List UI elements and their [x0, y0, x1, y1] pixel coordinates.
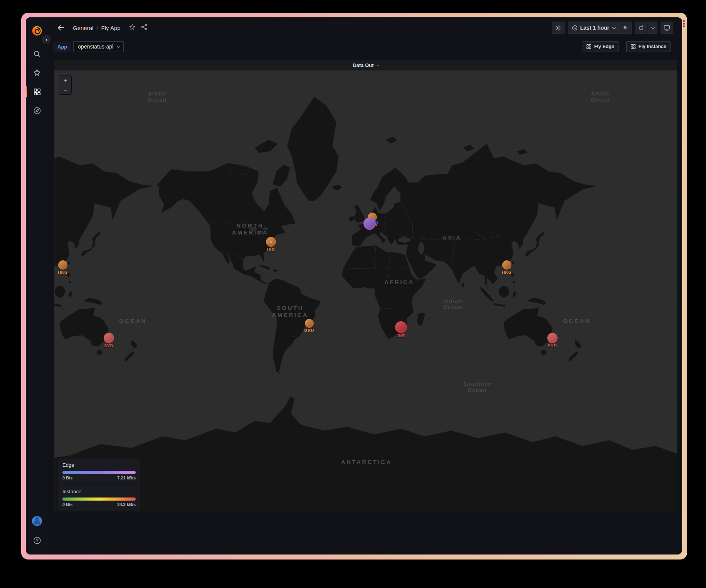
dashboards-icon[interactable]: [30, 85, 44, 98]
top-navigation: General / Fly App: [48, 17, 682, 38]
dashboard-area: Data Out: [48, 55, 682, 554]
legend-edge-min: 0 B/s: [62, 476, 72, 480]
fly-edge-link-button[interactable]: Fly Edge: [582, 41, 619, 52]
grafana-window: ? › General / Fly App: [26, 17, 682, 554]
legend-edge-max: 7.21 kB/s: [117, 476, 136, 480]
starred-icon[interactable]: [30, 66, 44, 79]
zoom-out-time-button[interactable]: [619, 22, 632, 34]
panel-title[interactable]: Data Out: [54, 60, 677, 70]
map-marker-gru[interactable]: [305, 319, 314, 328]
help-icon[interactable]: ?: [30, 534, 44, 547]
refresh-interval-chevron[interactable]: [647, 22, 657, 34]
map-legend: Edge 0 B/s 7.21 kB/s Instance: [58, 459, 140, 511]
main-content: General / Fly App: [48, 17, 682, 554]
back-arrow-icon[interactable]: [56, 23, 66, 33]
world-map[interactable]: ArcticOceanArcticOceanNORTHAMERICAASIAAF…: [54, 70, 677, 512]
map-marker-syd-west[interactable]: [104, 333, 114, 343]
map-marker-label: SYD: [104, 343, 113, 348]
map-marker-label: IAD: [267, 247, 275, 252]
user-avatar[interactable]: [30, 514, 44, 528]
map-marker-ams-edge-small[interactable]: [375, 221, 378, 224]
sidebar: ?: [26, 17, 48, 554]
toolbar-actions: Last 1 hour: [552, 22, 673, 34]
dashboard-settings-button[interactable]: [552, 22, 565, 34]
map-marker-label: GRU: [304, 328, 314, 333]
dashboard-submenu: App openstatus-api Fly Edge Fly Instance: [48, 38, 682, 55]
time-range-button[interactable]: Last 1 hour: [568, 22, 619, 34]
map-zoom-controls: + −: [59, 75, 72, 95]
variable-dropdown[interactable]: openstatus-api: [73, 41, 124, 52]
search-icon[interactable]: [30, 47, 44, 60]
map-marker-hkg-west[interactable]: [58, 260, 67, 270]
map-marker-label: HKG: [58, 270, 67, 275]
tv-mode-button[interactable]: [661, 22, 673, 34]
geomap-panel: Data Out: [54, 60, 677, 512]
legend-instance-min: 0 B/s: [62, 502, 72, 507]
legend-instance-max: 34.3 kB/s: [117, 502, 136, 507]
legend-edge-title: Edge: [62, 462, 136, 468]
map-marker-syd[interactable]: [547, 333, 558, 343]
legend-edge-gradient: [62, 471, 136, 474]
legend-edge: Edge 0 B/s 7.21 kB/s: [58, 459, 140, 484]
variable-value: openstatus-api: [78, 44, 113, 50]
chevron-down-icon: [377, 64, 379, 66]
explore-compass-icon[interactable]: [30, 104, 44, 117]
legend-instance-title: Instance: [62, 489, 136, 494]
breadcrumb: General / Fly App: [56, 23, 148, 33]
map-zoom-in-button[interactable]: +: [59, 76, 71, 85]
frame-dots-decoration: [683, 20, 685, 27]
chevron-down-icon: [117, 44, 120, 47]
sidebar-bottom: ?: [30, 514, 44, 547]
window-frame: ? › General / Fly App: [21, 13, 687, 560]
breadcrumb-section[interactable]: General: [73, 25, 93, 31]
map-marker-ams-edge[interactable]: [363, 218, 376, 230]
sidebar-expand-button[interactable]: ›: [42, 35, 52, 45]
breadcrumb-page-title: Fly App: [101, 25, 121, 31]
refresh-button-group: [635, 22, 657, 34]
legend-instance-gradient: [62, 498, 136, 501]
map-marker-layer: AMSIADHKGHKGGRUJNBSYDSYD: [54, 70, 677, 512]
variable-label[interactable]: App: [53, 42, 71, 52]
map-marker-label: SYD: [548, 343, 557, 348]
screenshot-stage: ? › General / Fly App: [0, 0, 706, 588]
chevron-down-icon: [612, 25, 616, 29]
svg-text:?: ?: [36, 538, 39, 543]
map-zoom-out-button[interactable]: −: [59, 85, 71, 94]
favorite-star-icon[interactable]: [129, 24, 136, 32]
map-marker-iad[interactable]: [266, 237, 276, 247]
legend-instance: Instance 0 B/s 34.3 kB/s: [58, 485, 140, 511]
dashboard-links: Fly Edge Fly Instance: [582, 41, 671, 52]
time-range-label: Last 1 hour: [580, 25, 609, 31]
share-icon[interactable]: [141, 24, 148, 32]
map-marker-label: JNB: [397, 333, 405, 338]
map-marker-jnb[interactable]: [395, 321, 407, 333]
breadcrumb-divider: /: [96, 25, 98, 31]
map-marker-label: HKG: [502, 270, 511, 275]
time-picker: Last 1 hour: [568, 22, 632, 34]
active-indicator: [26, 86, 27, 97]
refresh-icon[interactable]: [635, 22, 647, 34]
fly-instance-link-button[interactable]: Fly Instance: [626, 41, 671, 52]
map-marker-hkg[interactable]: [502, 260, 511, 270]
grafana-logo-icon[interactable]: [30, 24, 44, 37]
